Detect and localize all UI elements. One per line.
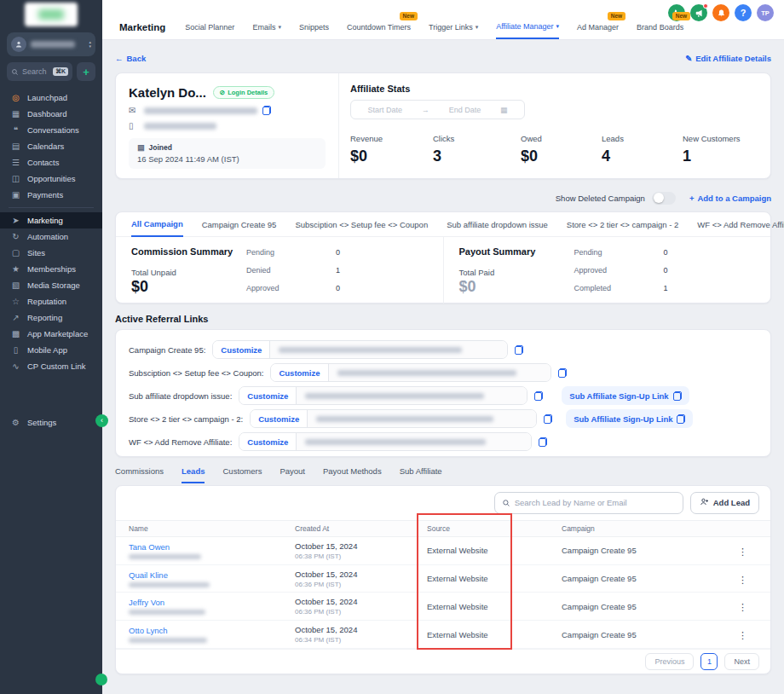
sidebar-item-calendars[interactable]: ▤Calendars <box>0 138 102 154</box>
sidebar-item-reporting[interactable]: ↗Reporting <box>0 309 102 326</box>
sidebar-item-reputation[interactable]: ☆Reputation <box>0 293 102 309</box>
tab-payout-methods[interactable]: Payout Methods <box>323 466 382 483</box>
redacted-referral-url <box>337 370 516 376</box>
sidebar-item-payments[interactable]: ▣Payments <box>0 187 102 203</box>
customize-button[interactable]: Customize <box>239 433 297 450</box>
marketing-icon: ➤ <box>10 216 21 225</box>
sidebar-search-input[interactable]: Search ⌘K <box>7 62 72 81</box>
user-avatar[interactable]: TP <box>757 4 774 21</box>
page-number-button[interactable]: 1 <box>700 653 718 670</box>
tab-customers[interactable]: Customers <box>222 466 262 483</box>
new-badge: New <box>672 12 690 20</box>
campaign-tab-all[interactable]: All Campaign <box>131 212 183 237</box>
end-date-field[interactable]: End Date <box>449 106 481 114</box>
sidebar-item-mobile-app[interactable]: ▯Mobile App <box>0 342 102 358</box>
sidebar-item-memberships[interactable]: ★Memberships <box>0 261 102 277</box>
sidebar-item-launchpad[interactable]: ◎Launchpad <box>0 90 102 106</box>
tab-payout[interactable]: Payout <box>280 466 305 483</box>
row-menu-icon[interactable]: ⋮ <box>738 602 747 612</box>
notifications-bell-icon[interactable] <box>712 4 729 21</box>
row-menu-icon[interactable]: ⋮ <box>738 575 747 585</box>
campaign-tab-subscription[interactable]: Subsciption <> Setup fee <> Coupon <box>295 212 428 237</box>
account-switcher[interactable]: ▴▾ <box>7 32 95 56</box>
support-bubble[interactable] <box>95 674 107 685</box>
customize-button[interactable]: Customize <box>213 341 270 358</box>
new-badge: New <box>608 12 625 20</box>
tab-brand-boards[interactable]: Brand BoardsNew <box>637 15 683 39</box>
copy-email-icon[interactable] <box>262 106 271 115</box>
add-lead-button[interactable]: Add Lead <box>690 492 759 514</box>
stats-row: Revenue$0 Clicks3 Owed$0 Leads4 New Cust… <box>350 134 759 165</box>
lead-name-link[interactable]: Quail Kline <box>129 570 295 580</box>
tab-trigger-links[interactable]: Trigger Links▾ <box>429 15 478 39</box>
customize-button[interactable]: Customize <box>251 410 308 427</box>
notification-dot <box>703 3 708 9</box>
referral-label: Sub affiliate dropdown issue: <box>129 391 232 401</box>
sub-affiliate-signup-link-button[interactable]: Sub Affiliate Sign-Up Link <box>562 386 689 405</box>
tab-sub-affiliate[interactable]: Sub Affiliate <box>400 466 442 483</box>
add-to-campaign-button[interactable]: +Add to a Campaign <box>689 194 771 203</box>
start-date-field[interactable]: Start Date <box>367 106 402 114</box>
lead-name-link[interactable]: Jeffry Von <box>129 598 295 607</box>
referral-row: Campaign Create 95: Customize <box>129 340 758 359</box>
campaign-summary-card: All Campaign Campaign Create 95 Subscipt… <box>115 211 771 304</box>
sidebar-collapse-button[interactable]: ‹ <box>95 414 108 427</box>
campaign-tab-wf[interactable]: WF <> Add Remove Affiliate <box>697 212 784 237</box>
keyboard-shortcut-badge: ⌘K <box>53 67 68 76</box>
lead-name-link[interactable]: Otto Lynch <box>129 626 295 635</box>
sidebar-item-sites[interactable]: ▢Sites <box>0 245 102 261</box>
announcements-icon[interactable] <box>690 4 707 21</box>
tab-snippets[interactable]: Snippets <box>299 15 329 39</box>
sidebar-item-dashboard[interactable]: ▦Dashboard <box>0 106 102 122</box>
tab-social-planner[interactable]: Social Planner <box>185 15 234 39</box>
copy-link-icon[interactable] <box>539 437 547 447</box>
tab-ad-manager[interactable]: Ad ManagerNew <box>577 15 619 39</box>
lead-search-input[interactable] <box>515 498 676 507</box>
row-menu-icon[interactable]: ⋮ <box>738 547 747 557</box>
date-range-picker[interactable]: Start Date → End Date ▦ <box>350 100 525 119</box>
tab-commissions[interactable]: Commissions <box>115 466 164 483</box>
sidebar-item-settings[interactable]: ⚙Settings <box>0 414 102 431</box>
campaign-tab-store[interactable]: Store <> 2 tier <> campaign - 2 <box>567 212 679 237</box>
copy-link-icon[interactable] <box>534 391 543 401</box>
campaign-tab-sub-affiliate[interactable]: Sub affiliate dropdown issue <box>447 212 548 237</box>
tab-countdown-timers[interactable]: Countdown TimersNew <box>347 15 411 39</box>
sidebar-item-conversations[interactable]: ❝Conversations <box>0 122 102 138</box>
help-icon[interactable]: ? <box>735 4 752 21</box>
sidebar-item-media-storage[interactable]: ▧Media Storage <box>0 277 102 293</box>
next-page-button[interactable]: Next <box>724 653 759 670</box>
sidebar-item-cp-custom-link[interactable]: ∿CP Custom Link <box>0 358 102 374</box>
lead-source: External Website <box>427 574 562 583</box>
copy-link-icon[interactable] <box>544 414 552 424</box>
tab-emails[interactable]: Emails▾ <box>252 15 281 39</box>
customize-button[interactable]: Customize <box>239 387 297 404</box>
edit-affiliate-details-button[interactable]: ✎Edit Affiliate Details <box>685 54 771 63</box>
tab-affiliate-manager[interactable]: Affiliate Manager▾ <box>496 15 559 39</box>
sidebar-item-contacts[interactable]: ☰Contacts <box>0 154 102 171</box>
previous-page-button[interactable]: Previous <box>645 653 694 670</box>
lead-name-link[interactable]: Tana Owen <box>129 542 295 552</box>
campaign-tab-create-95[interactable]: Campaign Create 95 <box>202 212 277 237</box>
column-name: Name <box>129 524 295 533</box>
quick-add-button[interactable]: + <box>77 62 95 81</box>
redacted-referral-url <box>305 393 484 399</box>
show-deleted-campaign-toggle[interactable] <box>652 192 676 205</box>
search-icon <box>11 64 19 79</box>
copy-link-icon[interactable] <box>515 345 523 355</box>
created-time: 06:38 PM (IST) <box>295 552 427 560</box>
pending-value: 0 <box>336 248 340 257</box>
sub-affiliate-signup-link-button[interactable]: Sub Affiliate Sign-Up Link <box>566 409 693 428</box>
sidebar-item-automation[interactable]: ↻Automation <box>0 228 102 245</box>
pagination: Previous 1 Next <box>116 649 770 674</box>
tab-leads[interactable]: Leads <box>182 466 205 483</box>
chevron-updown-icon: ▴▾ <box>89 40 91 49</box>
sidebar-item-marketing[interactable]: ➤Marketing <box>0 212 102 228</box>
back-button[interactable]: ←Back <box>115 54 146 63</box>
row-menu-icon[interactable]: ⋮ <box>738 630 747 640</box>
sidebar-item-opportunities[interactable]: ◫Opportunities <box>0 171 102 187</box>
lead-search-box[interactable] <box>494 492 683 514</box>
copy-link-icon[interactable] <box>558 368 567 378</box>
customize-button[interactable]: Customize <box>271 364 328 381</box>
sidebar-item-app-marketplace[interactable]: ▩App Marketplace <box>0 326 102 342</box>
login-details-button[interactable]: ⊘Login Details <box>213 86 274 99</box>
